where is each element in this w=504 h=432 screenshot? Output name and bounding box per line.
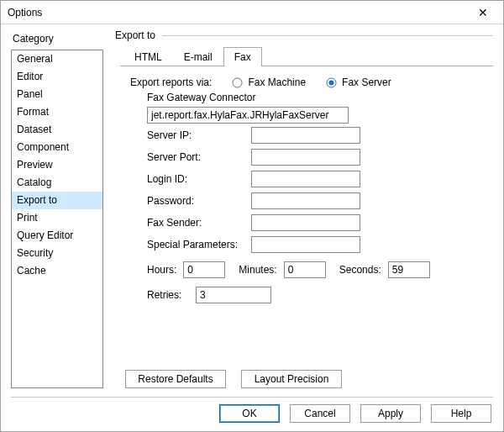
category-item-catalog[interactable]: Catalog xyxy=(12,174,102,192)
category-item-format[interactable]: Format xyxy=(12,103,102,121)
server-port-input[interactable] xyxy=(251,149,360,166)
retries-input[interactable] xyxy=(196,287,271,303)
fax-tab-panel: Export reports via: Fax Machine Fax Serv… xyxy=(115,73,493,365)
export-to-panel: Export to HTML E-mail Fax Export reports… xyxy=(115,29,493,388)
heading-divider xyxy=(162,35,493,36)
export-via-label: Export reports via: xyxy=(130,76,212,88)
category-list[interactable]: General Editor Panel Format Dataset Comp… xyxy=(11,50,103,388)
category-item-component[interactable]: Component xyxy=(12,139,102,156)
tab-email[interactable]: E-mail xyxy=(173,47,223,66)
help-button[interactable]: Help xyxy=(431,404,491,423)
minutes-label: Minutes: xyxy=(239,264,276,276)
category-item-general[interactable]: General xyxy=(12,50,102,68)
login-id-label: Login ID: xyxy=(147,173,246,185)
gateway-label: Fax Gateway Connector xyxy=(125,92,485,103)
category-column: Category General Editor Panel Format Dat… xyxy=(11,29,103,388)
category-item-print[interactable]: Print xyxy=(12,209,102,227)
options-dialog: Options ✕ Category General Editor Panel … xyxy=(0,0,504,432)
category-item-export-to[interactable]: Export to xyxy=(12,192,102,209)
seconds-input[interactable] xyxy=(388,261,430,278)
special-params-label: Special Parameters: xyxy=(147,239,246,250)
fax-sender-label: Fax Sender: xyxy=(147,217,246,229)
login-id-input[interactable] xyxy=(251,171,360,187)
category-heading: Category xyxy=(11,29,103,50)
category-item-panel[interactable]: Panel xyxy=(12,86,102,103)
category-item-preview[interactable]: Preview xyxy=(12,156,102,174)
ok-button[interactable]: OK xyxy=(219,404,280,423)
svg-point-2 xyxy=(329,80,334,85)
fax-sender-input[interactable] xyxy=(251,214,360,231)
close-icon[interactable]: ✕ xyxy=(466,3,500,23)
category-item-security[interactable]: Security xyxy=(12,245,102,262)
layout-precision-button[interactable]: Layout Precision xyxy=(241,370,342,388)
restore-defaults-button[interactable]: Restore Defaults xyxy=(125,370,226,388)
category-item-dataset[interactable]: Dataset xyxy=(12,121,102,139)
export-tabbar: HTML E-mail Fax xyxy=(120,46,493,66)
seconds-label: Seconds: xyxy=(339,264,381,276)
tab-fax[interactable]: Fax xyxy=(223,47,262,66)
dialog-footer: OK Cancel Apply Help xyxy=(11,404,493,424)
server-ip-input[interactable] xyxy=(251,127,360,144)
category-item-editor[interactable]: Editor xyxy=(12,68,102,86)
password-input[interactable] xyxy=(251,192,360,209)
category-item-cache[interactable]: Cache xyxy=(12,262,102,280)
server-ip-label: Server IP: xyxy=(147,129,246,141)
radio-off-icon xyxy=(232,77,243,88)
special-params-input[interactable] xyxy=(251,236,360,253)
hours-label: Hours: xyxy=(147,264,176,276)
retries-label: Retries: xyxy=(147,289,191,301)
apply-button[interactable]: Apply xyxy=(360,404,421,423)
minutes-input[interactable] xyxy=(284,261,326,278)
password-label: Password: xyxy=(147,195,246,207)
radio-on-icon xyxy=(326,77,337,88)
svg-point-0 xyxy=(233,78,242,87)
panel-heading: Export to xyxy=(115,29,155,41)
category-item-query-editor[interactable]: Query Editor xyxy=(12,227,102,245)
footer-divider xyxy=(11,397,493,398)
window-title: Options xyxy=(8,7,466,18)
gateway-input[interactable] xyxy=(147,107,349,124)
tab-html[interactable]: HTML xyxy=(123,47,173,66)
radio-fax-server[interactable]: Fax Server xyxy=(326,76,391,88)
radio-fax-machine[interactable]: Fax Machine xyxy=(232,76,306,88)
titlebar: Options ✕ xyxy=(1,1,503,24)
hours-input[interactable] xyxy=(183,261,225,278)
server-port-label: Server Port: xyxy=(147,151,246,163)
cancel-button[interactable]: Cancel xyxy=(290,404,350,423)
